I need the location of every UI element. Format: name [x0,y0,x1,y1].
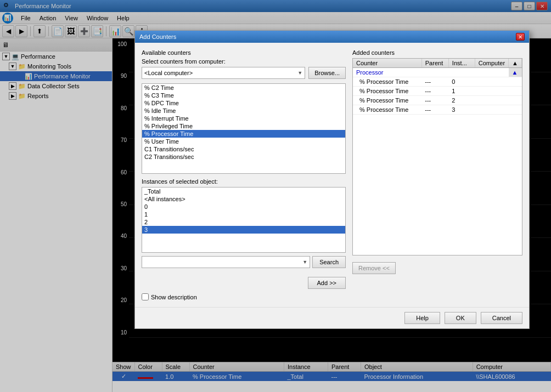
added-computer-2 [475,96,508,105]
footer-buttons: Help OK Cancel [404,312,522,324]
counter-item-c1trans[interactable]: C1 Transitions/sec [142,145,345,153]
remove-button[interactable]: Remove << [352,262,396,274]
added-parent-0: --- [421,77,448,87]
added-col-inst: Inst... [448,59,475,68]
instance-all[interactable]: <All instances> [142,195,345,203]
added-counter-3: % Processor Time [353,105,421,115]
add-button[interactable]: Add >> [308,277,346,289]
added-col-computer: Computer [475,59,508,68]
added-col-counter: Counter [353,59,421,68]
add-counters-dialog: Add Counters ✕ Available counters Select… [134,30,530,329]
counter-item-c2time[interactable]: % C2 Time [142,84,345,92]
added-scroll-0 [509,77,522,87]
added-table-container: Counter Parent Inst... Computer ▲ Proces… [352,58,522,255]
added-category-row: Processor ▲ [353,68,522,77]
show-desc-row: Show description [142,293,346,300]
instance-2[interactable]: 2 [142,218,345,226]
category-label: Processor [353,68,509,77]
add-btn-row: Add >> [142,272,346,289]
added-counter-2: % Processor Time [353,96,421,105]
computer-dropdown-arrow: ▼ [297,70,302,76]
added-row-0[interactable]: % Processor Time --- 0 [353,77,522,87]
added-counter-0: % Processor Time [353,77,421,87]
counter-item-c2trans[interactable]: C2 Transitions/sec [142,153,345,161]
added-col-scroll: ▲ [509,59,522,68]
dialog-body: Available counters Select counters from … [135,43,529,307]
added-scroll-2 [509,96,522,105]
dialog-title-text: Add Counters [139,33,516,40]
counter-item-dpctime[interactable]: % DPC Time [142,99,345,107]
expand-category-icon[interactable]: ▲ [509,68,522,77]
cancel-button[interactable]: Cancel [481,312,522,324]
instances-listbox[interactable]: _Total <All instances> 0 1 2 3 [142,187,346,253]
counter-item-c3time[interactable]: % C3 Time [142,92,345,99]
search-dropdown-arrow: ▼ [302,259,307,265]
show-desc-label: Show description [151,294,197,300]
ok-button[interactable]: OK [445,312,476,324]
left-panel: Available counters Select counters from … [142,49,346,300]
added-row-2[interactable]: % Processor Time --- 2 [353,96,522,105]
browse-button[interactable]: Browse... [308,67,346,79]
instances-label: Instances of selected object: [142,178,346,185]
added-inst-3: 3 [448,105,475,115]
computer-dropdown[interactable]: <Local computer> ▼ [142,67,305,79]
added-parent-1: --- [421,87,448,96]
added-computer-1 [475,87,508,96]
added-row-1[interactable]: % Processor Time --- 1 [353,87,522,96]
dialog-title-bar: Add Counters ✕ [135,31,529,43]
search-row: ▼ Search [142,256,346,268]
show-desc-checkbox[interactable] [142,293,149,300]
right-panel: Added counters Counter Parent Inst... Co… [352,49,522,300]
instance-3[interactable]: 3 [142,226,345,234]
help-button[interactable]: Help [404,312,440,324]
added-row-3[interactable]: % Processor Time --- 3 [353,105,522,115]
counter-item-usertime[interactable]: % User Time [142,138,345,145]
added-inst-1: 1 [448,87,475,96]
dialog-footer: Help OK Cancel [135,307,529,328]
search-button[interactable]: Search [312,256,346,268]
available-counters-label: Available counters [142,49,346,56]
added-inst-0: 0 [448,77,475,87]
added-counters-label: Added counters [352,49,522,56]
added-parent-2: --- [421,96,448,105]
counter-item-privilegedtime[interactable]: % Privileged Time [142,122,345,130]
instance-total[interactable]: _Total [142,188,345,195]
added-scroll-1 [509,87,522,96]
instance-0[interactable]: 0 [142,203,345,211]
counter-item-interrupttime[interactable]: % Interrupt Time [142,115,345,122]
added-inst-2: 2 [448,96,475,105]
added-parent-3: --- [421,105,448,115]
added-scroll-3 [509,105,522,115]
dialog-close-button[interactable]: ✕ [516,33,525,41]
search-dropdown[interactable]: ▼ [142,256,310,268]
counter-item-processortime[interactable]: % Processor Time [142,130,345,138]
counters-listbox[interactable]: % C2 Time % C3 Time % DPC Time % Idle Ti… [142,83,346,174]
added-table: Counter Parent Inst... Computer ▲ Proces… [353,59,522,115]
added-computer-0 [475,77,508,87]
remove-btn-row: Remove << [352,259,522,274]
computer-select-row: <Local computer> ▼ Browse... [142,67,346,79]
instance-1[interactable]: 1 [142,211,345,218]
select-label: Select counters from computer: [142,58,346,65]
counter-item-idletime[interactable]: % Idle Time [142,107,345,115]
added-counter-1: % Processor Time [353,87,421,96]
computer-value: <Local computer> [144,70,193,76]
added-computer-3 [475,105,508,115]
added-col-parent: Parent [421,59,448,68]
